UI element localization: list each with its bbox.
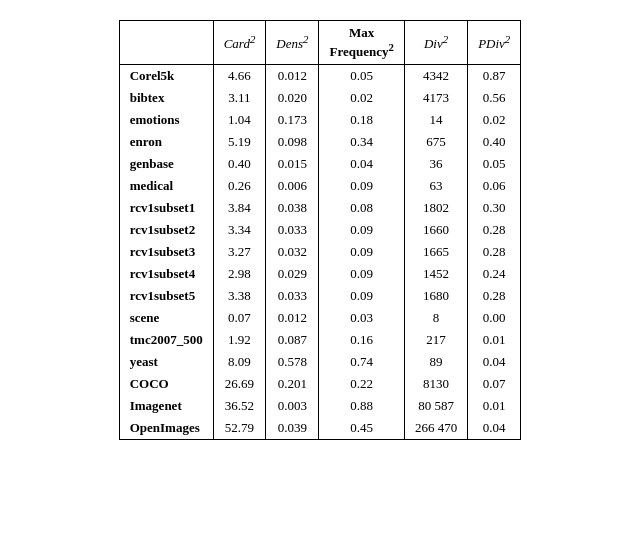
cell-value: 4173 bbox=[404, 87, 467, 109]
cell-value: 8 bbox=[404, 307, 467, 329]
cell-value: 0.003 bbox=[266, 395, 319, 417]
cell-value: 3.84 bbox=[213, 197, 266, 219]
header-max-frequency: MaxFrequency2 bbox=[319, 21, 404, 65]
cell-value: 89 bbox=[404, 351, 467, 373]
cell-value: 2.98 bbox=[213, 263, 266, 285]
cell-value: 1.92 bbox=[213, 329, 266, 351]
row-label: rcv1subset4 bbox=[119, 263, 213, 285]
cell-value: 1660 bbox=[404, 219, 467, 241]
row-label: enron bbox=[119, 131, 213, 153]
table-row: bibtex3.110.0200.0241730.56 bbox=[119, 87, 521, 109]
cell-value: 0.40 bbox=[213, 153, 266, 175]
cell-value: 0.039 bbox=[266, 417, 319, 440]
cell-value: 1665 bbox=[404, 241, 467, 263]
table-row: rcv1subset53.380.0330.0916800.28 bbox=[119, 285, 521, 307]
cell-value: 0.18 bbox=[319, 109, 404, 131]
cell-value: 36 bbox=[404, 153, 467, 175]
cell-value: 0.020 bbox=[266, 87, 319, 109]
cell-value: 52.79 bbox=[213, 417, 266, 440]
cell-value: 0.032 bbox=[266, 241, 319, 263]
cell-value: 1680 bbox=[404, 285, 467, 307]
row-label: genbase bbox=[119, 153, 213, 175]
cell-value: 0.05 bbox=[468, 153, 521, 175]
cell-value: 26.69 bbox=[213, 373, 266, 395]
row-label: tmc2007_500 bbox=[119, 329, 213, 351]
cell-value: 14 bbox=[404, 109, 467, 131]
cell-value: 0.34 bbox=[319, 131, 404, 153]
cell-value: 3.34 bbox=[213, 219, 266, 241]
cell-value: 0.16 bbox=[319, 329, 404, 351]
cell-value: 217 bbox=[404, 329, 467, 351]
row-label: rcv1subset3 bbox=[119, 241, 213, 263]
cell-value: 0.012 bbox=[266, 307, 319, 329]
cell-value: 0.09 bbox=[319, 241, 404, 263]
row-label: medical bbox=[119, 175, 213, 197]
cell-value: 0.88 bbox=[319, 395, 404, 417]
cell-value: 63 bbox=[404, 175, 467, 197]
cell-value: 675 bbox=[404, 131, 467, 153]
row-label: bibtex bbox=[119, 87, 213, 109]
cell-value: 0.09 bbox=[319, 263, 404, 285]
row-label: rcv1subset2 bbox=[119, 219, 213, 241]
cell-value: 0.087 bbox=[266, 329, 319, 351]
cell-value: 0.40 bbox=[468, 131, 521, 153]
cell-value: 8.09 bbox=[213, 351, 266, 373]
row-label: emotions bbox=[119, 109, 213, 131]
cell-value: 0.01 bbox=[468, 395, 521, 417]
cell-value: 0.09 bbox=[319, 285, 404, 307]
header-card: Card2 bbox=[213, 21, 266, 65]
cell-value: 266 470 bbox=[404, 417, 467, 440]
table-row: Corel5k4.660.0120.0543420.87 bbox=[119, 65, 521, 88]
data-table: Card2 Dens2 MaxFrequency2 Div2 PDiv2 Cor… bbox=[119, 20, 522, 440]
cell-value: 0.173 bbox=[266, 109, 319, 131]
cell-value: 0.578 bbox=[266, 351, 319, 373]
cell-value: 3.11 bbox=[213, 87, 266, 109]
cell-value: 4342 bbox=[404, 65, 467, 88]
cell-value: 0.45 bbox=[319, 417, 404, 440]
cell-value: 0.87 bbox=[468, 65, 521, 88]
row-label: Imagenet bbox=[119, 395, 213, 417]
cell-value: 0.09 bbox=[319, 219, 404, 241]
cell-value: 0.04 bbox=[468, 351, 521, 373]
cell-value: 8130 bbox=[404, 373, 467, 395]
cell-value: 0.01 bbox=[468, 329, 521, 351]
table-row: rcv1subset42.980.0290.0914520.24 bbox=[119, 263, 521, 285]
cell-value: 0.07 bbox=[468, 373, 521, 395]
row-label: rcv1subset5 bbox=[119, 285, 213, 307]
row-label: yeast bbox=[119, 351, 213, 373]
cell-value: 36.52 bbox=[213, 395, 266, 417]
cell-value: 0.02 bbox=[468, 109, 521, 131]
cell-value: 0.06 bbox=[468, 175, 521, 197]
table-row: COCO26.690.2010.2281300.07 bbox=[119, 373, 521, 395]
cell-value: 1452 bbox=[404, 263, 467, 285]
table-row: OpenImages52.790.0390.45266 4700.04 bbox=[119, 417, 521, 440]
row-label: scene bbox=[119, 307, 213, 329]
cell-value: 0.04 bbox=[319, 153, 404, 175]
cell-value: 0.098 bbox=[266, 131, 319, 153]
cell-value: 0.04 bbox=[468, 417, 521, 440]
cell-value: 3.38 bbox=[213, 285, 266, 307]
cell-value: 0.012 bbox=[266, 65, 319, 88]
cell-value: 0.033 bbox=[266, 285, 319, 307]
cell-value: 0.08 bbox=[319, 197, 404, 219]
cell-value: 0.029 bbox=[266, 263, 319, 285]
header-empty bbox=[119, 21, 213, 65]
cell-value: 0.07 bbox=[213, 307, 266, 329]
row-label: OpenImages bbox=[119, 417, 213, 440]
table-row: yeast8.090.5780.74890.04 bbox=[119, 351, 521, 373]
cell-value: 0.00 bbox=[468, 307, 521, 329]
cell-value: 0.033 bbox=[266, 219, 319, 241]
cell-value: 0.015 bbox=[266, 153, 319, 175]
cell-value: 0.201 bbox=[266, 373, 319, 395]
cell-value: 0.74 bbox=[319, 351, 404, 373]
cell-value: 5.19 bbox=[213, 131, 266, 153]
row-label: COCO bbox=[119, 373, 213, 395]
header-row: Card2 Dens2 MaxFrequency2 Div2 PDiv2 bbox=[119, 21, 521, 65]
cell-value: 4.66 bbox=[213, 65, 266, 88]
table-row: medical0.260.0060.09630.06 bbox=[119, 175, 521, 197]
cell-value: 0.30 bbox=[468, 197, 521, 219]
cell-value: 1802 bbox=[404, 197, 467, 219]
cell-value: 1.04 bbox=[213, 109, 266, 131]
cell-value: 0.28 bbox=[468, 285, 521, 307]
cell-value: 0.26 bbox=[213, 175, 266, 197]
